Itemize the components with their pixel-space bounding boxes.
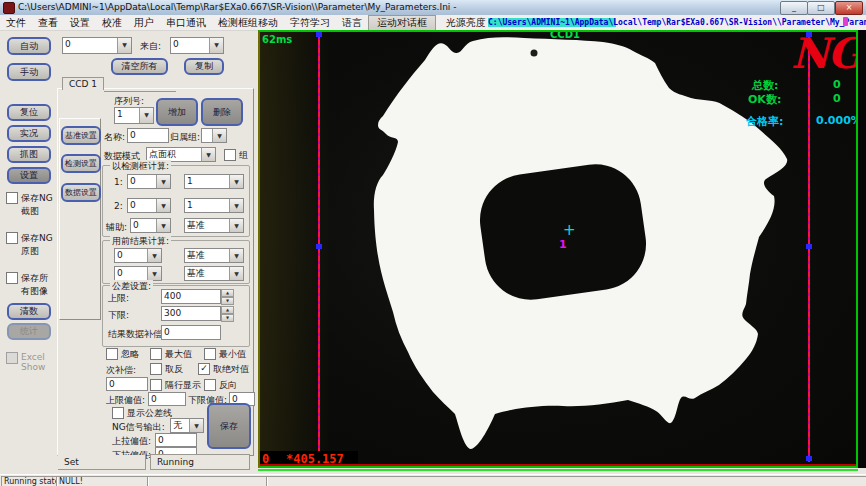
auto-button[interactable]: 自动 <box>7 37 51 55</box>
excel-show-checkbox[interactable]: Excel Show <box>6 352 54 372</box>
upper-offset-label: 上限偏值: <box>106 394 145 407</box>
prev-r1a-select[interactable]: 0 ▼ <box>114 248 162 263</box>
maximize-button[interactable]: □ <box>807 1 835 15</box>
tab-set[interactable]: Set <box>58 455 146 470</box>
ini-path-text: C:\Users\ADMINI~1\AppData\Local\Temp\Rar… <box>488 18 866 27</box>
ccd-label: CCD1 <box>550 30 580 40</box>
max-label: 最大值 <box>165 348 192 361</box>
menu-calibration[interactable]: 校准 <box>96 16 128 30</box>
save-button[interactable]: 保存 <box>207 403 251 449</box>
delete-button[interactable]: 删除 <box>201 98 243 126</box>
data-settings-button[interactable]: 数据设置 <box>61 183 101 202</box>
select-value: 0 <box>115 267 147 280</box>
reference-settings-button[interactable]: 基准设置 <box>61 126 101 145</box>
add-button[interactable]: 增加 <box>156 98 198 126</box>
pullup-offset-label: 上拉偏值: <box>112 435 151 448</box>
guide-handle[interactable] <box>316 244 322 249</box>
spinner-down-icon[interactable]: ▼ <box>221 314 234 322</box>
result-comp-input[interactable]: 0 <box>161 325 221 340</box>
reverse-checkbox[interactable]: 反向 <box>204 379 237 392</box>
alt-display-checkbox[interactable]: 隔行显示 <box>150 379 201 392</box>
checkbox-box <box>224 149 236 161</box>
save-all-images-checkbox[interactable]: 保存所有图像 <box>6 272 54 298</box>
menu-file[interactable]: 文件 <box>0 16 32 30</box>
camera-right-edge <box>858 30 866 468</box>
light-brightness-label: 光源亮度 <box>446 16 486 30</box>
clear-all-button[interactable]: 清空所有 <box>111 58 168 75</box>
copy-button[interactable]: 复制 <box>184 58 224 75</box>
chevron-down-icon: ▼ <box>229 199 243 212</box>
excel-show-label: Excel Show <box>21 352 54 372</box>
menu-motion-dialog[interactable]: 运动对话框 <box>368 15 436 31</box>
lower-limit-spinner[interactable]: ▲ ▼ <box>221 306 234 321</box>
sec-comp-input[interactable]: 0 <box>106 377 148 391</box>
prev-r2b-select[interactable]: 基准 ▼ <box>184 266 244 281</box>
menu-user[interactable]: 用户 <box>128 16 160 30</box>
prev-r2a-select[interactable]: 0 ▼ <box>114 266 162 281</box>
tab-running[interactable]: Running <box>150 454 250 470</box>
menu-settings[interactable]: 设置 <box>64 16 96 30</box>
group-label: 归属组: <box>170 131 200 144</box>
checkbox-checked-box: ✓ <box>198 363 210 375</box>
lower-limit-input[interactable]: 300 <box>161 306 221 321</box>
absolute-checkbox[interactable]: ✓ 取绝对值 <box>198 363 249 376</box>
capture-button[interactable]: 抓图 <box>7 146 51 163</box>
ng-output-select[interactable]: 无 ▼ <box>170 418 204 433</box>
chevron-down-icon: ▼ <box>201 148 215 161</box>
reset-button[interactable]: 复位 <box>7 104 51 121</box>
spinner-up-icon[interactable]: ▲ <box>221 306 234 314</box>
menu-char-learning[interactable]: 字符学习 <box>284 16 336 30</box>
group-select[interactable]: ▼ <box>201 128 227 143</box>
save-ng-shot-checkbox[interactable]: 保存NG截图 <box>6 192 54 218</box>
menu-serial-comm[interactable]: 串口通讯 <box>160 16 212 30</box>
spinner-down-icon[interactable]: ▼ <box>221 297 234 305</box>
close-button[interactable]: × <box>835 1 863 15</box>
menu-language[interactable]: 语言 <box>336 16 368 30</box>
name-input[interactable]: 0 <box>127 128 169 143</box>
manual-button[interactable]: 手动 <box>7 63 51 81</box>
guide-handle[interactable] <box>316 32 322 37</box>
guide-handle[interactable] <box>806 244 812 249</box>
max-checkbox[interactable]: 最大值 <box>150 348 192 361</box>
program-select[interactable]: 0 ▼ <box>62 37 132 54</box>
menu-frame-group-move[interactable]: 检测框组移动 <box>212 16 284 30</box>
prev-r1b-select[interactable]: 基准 ▼ <box>184 248 244 263</box>
spinner-up-icon[interactable]: ▲ <box>221 289 234 297</box>
calc-frame-r2a-select[interactable]: 0 ▼ <box>127 198 171 213</box>
tab-ccd1[interactable]: CCD 1 <box>62 77 104 90</box>
save-ng-raw-checkbox[interactable]: 保存NG原图 <box>6 232 54 258</box>
from-select-value: 0 <box>171 38 209 53</box>
calc-frame-r2b-select[interactable]: 1 ▼ <box>184 198 244 213</box>
show-tolerance-checkbox[interactable]: 显示公差线 <box>112 407 172 420</box>
calc-frame-r1a-select[interactable]: 0 ▼ <box>127 174 171 189</box>
camera-viewport[interactable]: 62ms CCD1 NG 总数: 0 OK数: 0 合格率: 0.000% + … <box>258 30 858 468</box>
detect-settings-button[interactable]: 检测设置 <box>61 154 101 173</box>
group-mode-checkbox[interactable]: 组 <box>224 149 248 162</box>
exposure-time: 62ms <box>262 34 292 45</box>
settings-button[interactable]: 设置 <box>7 167 51 184</box>
aux-ref-select[interactable]: 基准 ▼ <box>184 218 244 233</box>
chevron-down-icon: ▼ <box>156 219 170 232</box>
upper-limit-input[interactable]: 400 <box>161 289 221 304</box>
min-label: 最小值 <box>219 348 246 361</box>
pullup-offset-input[interactable]: 0 <box>155 433 197 447</box>
minimize-button[interactable]: _ <box>780 1 808 15</box>
guide-handle[interactable] <box>806 456 812 461</box>
group-select-value <box>202 129 212 142</box>
checkbox-box <box>6 232 18 244</box>
ignore-checkbox[interactable]: 忽略 <box>106 348 139 361</box>
menu-view[interactable]: 查看 <box>32 16 64 30</box>
upper-limit-spinner[interactable]: ▲ ▼ <box>221 289 234 304</box>
program-select-value: 0 <box>63 38 117 53</box>
live-button[interactable]: 实况 <box>7 125 51 142</box>
chevron-down-icon: ▼ <box>229 267 243 280</box>
min-checkbox[interactable]: 最小值 <box>204 348 246 361</box>
upper-offset-input[interactable]: 0 <box>148 392 186 406</box>
clear-count-button[interactable]: 清数 <box>7 303 51 320</box>
from-select[interactable]: 0 ▼ <box>170 37 224 54</box>
invert-checkbox[interactable]: 取反 <box>150 363 183 376</box>
serial-select-value: 1 <box>115 108 139 123</box>
calc-frame-r1b-select[interactable]: 1 ▼ <box>184 174 244 189</box>
aux-select[interactable]: 0 ▼ <box>130 218 171 233</box>
serial-select[interactable]: 1 ▼ <box>114 107 154 124</box>
